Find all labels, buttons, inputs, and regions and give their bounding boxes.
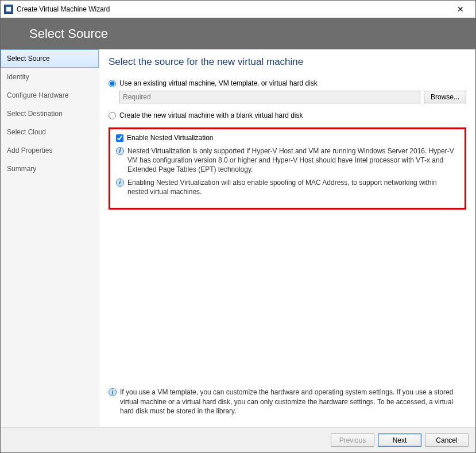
page-heading: Select the source for the new virtual ma… [109,56,466,68]
main-panel: Select the source for the new virtual ma… [99,49,475,427]
next-button[interactable]: Next [378,433,421,447]
step-label: Select Cloud [7,128,46,136]
wizard-body: Select Source Identity Configure Hardwar… [1,49,475,427]
sidebar: Select Source Identity Configure Hardwar… [1,49,99,427]
source-input-row: Browse... [119,91,466,103]
step-label: Select Source [7,55,50,63]
info-template-note-text: If you use a VM template, you can custom… [120,388,466,416]
step-label: Select Destination [7,110,63,118]
radio-use-existing[interactable]: Use an existing virtual machine, VM temp… [109,79,466,87]
info-nested-support: i Nested Virtualization is only supporte… [116,146,459,175]
info-nested-mac-text: Enabling Nested Virtualization will also… [127,178,459,196]
step-label: Identity [7,73,29,81]
cancel-button[interactable]: Cancel [425,433,469,447]
info-template-note: i If you use a VM template, you can cust… [109,388,466,416]
info-nested-mac: i Enabling Nested Virtualization will al… [116,178,459,196]
info-icon: i [109,388,117,396]
info-icon: i [116,179,124,187]
step-label: Configure Hardware [7,91,68,99]
step-identity[interactable]: Identity [1,68,99,86]
app-icon [4,5,13,14]
step-select-source[interactable]: Select Source [1,49,99,68]
checkbox-nested-input[interactable] [116,134,123,142]
checkbox-nested-virtualization[interactable]: Enable Nested Virtualization [116,134,459,142]
spacer [109,210,466,382]
step-add-properties[interactable]: Add Properties [1,141,99,160]
radio-blank-disk-input[interactable] [109,112,116,119]
titlebar: Create Virtual Machine Wizard ✕ [1,1,475,18]
source-path-input[interactable] [119,91,420,103]
step-select-destination[interactable]: Select Destination [1,104,99,123]
browse-button[interactable]: Browse... [424,91,466,103]
info-icon: i [116,147,124,155]
step-label: Add Properties [7,146,52,154]
window-title: Create Virtual Machine Wizard [17,5,449,13]
radio-use-existing-label: Use an existing virtual machine, VM temp… [119,79,318,87]
banner-title: Select Source [29,26,108,41]
checkbox-nested-label: Enable Nested Virtualization [127,134,214,142]
step-select-cloud[interactable]: Select Cloud [1,123,99,141]
footer-info: i If you use a VM template, you can cust… [109,382,466,427]
radio-blank-disk[interactable]: Create the new virtual machine with a bl… [109,111,466,119]
previous-button[interactable]: Previous [331,433,374,447]
button-bar: Previous Next Cancel [1,427,475,452]
info-nested-support-text: Nested Virtualization is only supported … [127,146,459,175]
close-icon: ✕ [457,5,464,14]
step-summary[interactable]: Summary [1,160,99,178]
nested-virtualization-highlight: Enable Nested Virtualization i Nested Vi… [109,127,466,210]
close-button[interactable]: ✕ [449,1,472,17]
banner: Select Source [1,18,475,49]
step-label: Summary [7,165,36,173]
radio-use-existing-input[interactable] [109,80,116,87]
radio-blank-disk-label: Create the new virtual machine with a bl… [119,111,303,119]
step-configure-hardware[interactable]: Configure Hardware [1,86,99,104]
